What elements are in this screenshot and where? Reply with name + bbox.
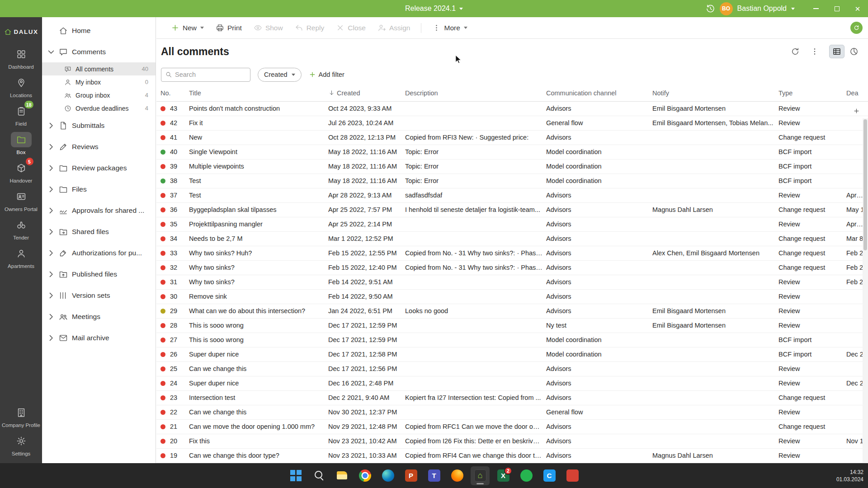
rail-item-settings[interactable]: Settings — [0, 431, 42, 460]
nav-item-overdue-deadlines[interactable]: Overdue deadlines4 — [42, 102, 156, 115]
table-row[interactable]: 24Super duper niceDec 16 2021, 2:48 PMAd… — [156, 376, 868, 390]
nav-item-published-files[interactable]: Published files — [42, 263, 156, 285]
table-row[interactable]: 27This is sooo wrongDec 17 2021, 12:59 P… — [156, 333, 868, 347]
table-scrollbar[interactable] — [863, 118, 868, 463]
table-row[interactable]: 25Can we change thisDec 17 2021, 12:56 P… — [156, 361, 868, 376]
rail-item-dashboard[interactable]: Dashboard — [0, 44, 42, 73]
taskbar-clock[interactable]: 14:32 01.03.2024 — [836, 468, 863, 483]
taskbar-powerpoint-button[interactable]: P — [401, 466, 420, 485]
taskbar-dalux-box-button[interactable]: ⌂ — [471, 466, 490, 485]
taskbar-code-app-button[interactable]: C — [540, 466, 559, 485]
table-row[interactable]: 43Points don't match constructionOct 24 … — [156, 101, 868, 116]
nav-item-group-inbox[interactable]: Group inbox4 — [42, 89, 156, 102]
add-filter-button[interactable]: Add filter — [309, 71, 344, 78]
taskbar-firefox-button[interactable] — [448, 466, 467, 485]
table-row[interactable]: 42Fix itJul 26 2023, 10:24 AMGeneral flo… — [156, 116, 868, 130]
search-box[interactable] — [161, 68, 250, 82]
column-header-no[interactable]: No. — [156, 85, 189, 101]
table-row[interactable]: 39Multiple viewpointsMay 18 2022, 11:16 … — [156, 159, 868, 174]
nav-item-all-comments[interactable]: All comments40 — [42, 62, 156, 75]
rail-item-box[interactable]: Box — [0, 130, 42, 158]
column-header-notify[interactable]: Notify — [652, 85, 778, 101]
nav-item-review-packages[interactable]: Review packages — [42, 157, 156, 178]
chart-view-button[interactable] — [846, 45, 862, 58]
minimize-button[interactable] — [806, 0, 826, 17]
taskbar-edge-button[interactable] — [378, 466, 397, 485]
table-view-button[interactable] — [829, 45, 844, 58]
close-comment-button[interactable]: Close — [331, 21, 370, 35]
table-row[interactable]: 19Can we change this door type?Nov 23 20… — [156, 448, 868, 463]
nav-item-submittals[interactable]: Submittals — [42, 115, 156, 136]
table-row[interactable]: 38TestMay 18 2022, 11:16 AMTopic: ErrorM… — [156, 174, 868, 188]
table-row[interactable]: 33Why two sinks? Huh?Feb 15 2022, 12:55 … — [156, 246, 868, 260]
add-column-button[interactable] — [852, 106, 861, 115]
new-button[interactable]: New — [166, 21, 208, 35]
nav-item-version-sets[interactable]: Version sets — [42, 285, 156, 306]
history-icon[interactable] — [706, 4, 715, 14]
table-row[interactable]: 21Can we move the door opening 1.000 mm?… — [156, 419, 868, 434]
taskbar-green-app-button[interactable] — [517, 466, 536, 485]
taskbar-excel-button[interactable]: X2 — [494, 466, 513, 485]
nav-item-mail-archive[interactable]: Mail archive — [42, 327, 156, 348]
taskbar-start-button[interactable] — [286, 466, 305, 485]
table-row[interactable]: 30Remove sinkFeb 14 2022, 9:50 AMAdvisor… — [156, 289, 868, 304]
table-row[interactable]: 20Fix thisNov 23 2021, 10:42 AMCopied fr… — [156, 434, 868, 448]
nav-item-comments[interactable]: Comments — [42, 41, 156, 62]
rail-item-owners-portal[interactable]: Owners Portal — [0, 187, 42, 215]
table-row[interactable]: 36Byggepladsplan skal tilpassesApr 25 20… — [156, 202, 868, 217]
created-filter-dropdown[interactable]: Created — [258, 68, 302, 82]
column-header-description[interactable]: Description — [405, 85, 546, 101]
refresh-button[interactable] — [788, 45, 802, 58]
table-row[interactable]: 29What can we do about this intersection… — [156, 304, 868, 318]
more-options-button[interactable] — [808, 45, 821, 58]
column-header-channel[interactable]: Communication channel — [546, 85, 652, 101]
taskbar-search-button[interactable] — [309, 466, 328, 485]
more-button[interactable]: More — [428, 21, 472, 35]
rail-item-locations[interactable]: Locations — [0, 73, 42, 101]
nav-item-approvals-shared[interactable]: Approvals for shared ... — [42, 200, 156, 221]
chevron-down-icon[interactable] — [791, 8, 795, 10]
rail-item-handover[interactable]: 5Handover — [0, 158, 42, 187]
table-row[interactable]: 23Intersection testDec 2 2021, 9:40 AMKo… — [156, 390, 868, 405]
maximize-button[interactable] — [826, 0, 847, 17]
user-name[interactable]: Bastian Oppold — [737, 5, 787, 13]
table-row[interactable]: 37TestApr 28 2022, 9:13 AMsadfasdfsdafAd… — [156, 188, 868, 202]
close-button[interactable]: ✕ — [847, 0, 868, 17]
rail-item-company-profile[interactable]: Company Profile — [0, 403, 42, 431]
column-header-title[interactable]: Title — [189, 85, 328, 101]
print-button[interactable]: Print — [211, 21, 246, 35]
nav-item-files[interactable]: Files — [42, 178, 156, 200]
column-header-created[interactable]: Created — [328, 85, 405, 101]
column-header-type[interactable]: Type — [778, 85, 846, 101]
nav-item-shared-files[interactable]: Shared files — [42, 221, 156, 242]
taskbar-file-explorer-button[interactable] — [332, 466, 351, 485]
taskbar-red-app-button[interactable] — [563, 466, 582, 485]
table-row[interactable]: 32Why two sinks?Feb 15 2022, 12:40 PMCop… — [156, 260, 868, 275]
table-row[interactable]: 35Projekttilpasning manglerApr 25 2022, … — [156, 217, 868, 231]
taskbar-chrome-button[interactable] — [355, 466, 374, 485]
table-row[interactable]: 26Super duper niceDec 17 2021, 12:58 PMM… — [156, 347, 868, 361]
table-row[interactable]: 40Single ViewpointMay 18 2022, 11:16 AMT… — [156, 145, 868, 159]
table-row[interactable]: 22Can we change thisNov 30 2021, 12:37 P… — [156, 405, 868, 419]
show-button[interactable]: Show — [249, 21, 288, 35]
reply-button[interactable]: Reply — [290, 21, 329, 35]
assign-button[interactable]: Assign — [373, 21, 415, 35]
nav-item-my-inbox[interactable]: My inbox0 — [42, 75, 156, 89]
rail-item-apartments[interactable]: Apartments — [0, 244, 42, 272]
nav-item-meetings[interactable]: Meetings — [42, 306, 156, 327]
table-row[interactable]: 31Why two sinks?Feb 14 2022, 9:51 AMAdvi… — [156, 275, 868, 289]
taskbar-teams-button[interactable]: T — [425, 466, 443, 485]
nav-item-home[interactable]: Home — [42, 20, 156, 41]
rail-item-tender[interactable]: Tender — [0, 215, 42, 244]
dalux-logo[interactable]: DALUX — [0, 19, 42, 44]
avatar[interactable]: BO — [720, 2, 733, 15]
rail-item-field[interactable]: 18Field — [0, 101, 42, 130]
scrollbar-thumb[interactable] — [863, 119, 867, 250]
release-selector[interactable]: Release 2024.1 — [405, 0, 463, 17]
search-input[interactable] — [175, 71, 246, 78]
column-header-deadline[interactable]: Dea — [846, 85, 868, 101]
table-row[interactable]: 28This is sooo wrongDec 17 2021, 12:59 P… — [156, 318, 868, 333]
table-row[interactable]: 34Needs to be 2,7 MMar 1 2022, 12:52 PMA… — [156, 231, 868, 246]
nav-item-authorizations[interactable]: Authorizations for pu... — [42, 242, 156, 263]
table-row[interactable]: 41NewOct 28 2022, 12:13 PMCopied from RF… — [156, 130, 868, 145]
